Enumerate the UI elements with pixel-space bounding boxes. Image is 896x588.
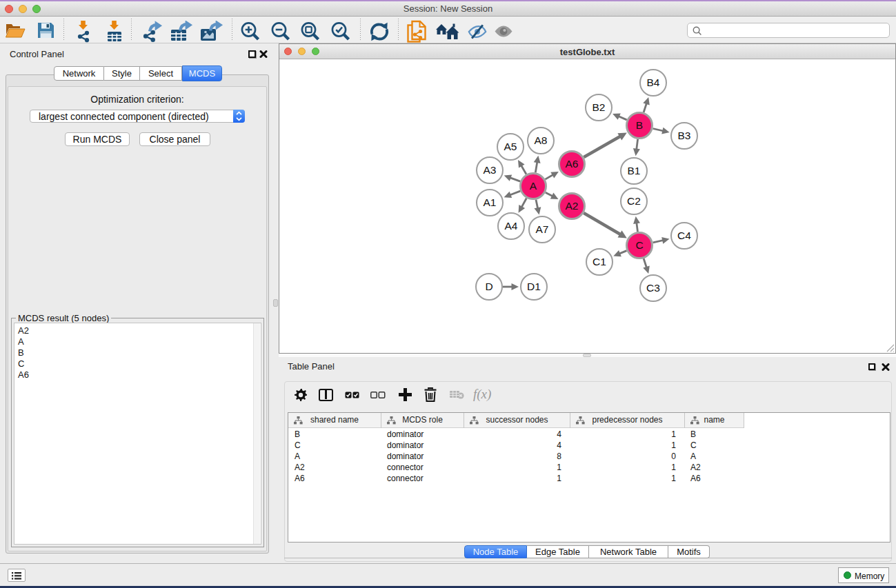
svg-text:B4: B4 [647,77,660,88]
svg-text:A1: A1 [484,196,497,208]
svg-text:A2: A2 [566,200,579,212]
svg-text:A8: A8 [535,134,548,146]
svg-text:C2: C2 [627,195,641,207]
svg-text:C4: C4 [677,230,691,241]
svg-text:C3: C3 [646,282,660,294]
svg-text:A4: A4 [505,220,518,232]
svg-text:D: D [485,281,492,292]
svg-text:A5: A5 [504,141,517,152]
svg-text:C: C [635,239,643,251]
svg-text:A6: A6 [566,158,579,170]
svg-text:A3: A3 [484,164,497,176]
svg-text:D1: D1 [527,281,541,292]
svg-text:B2: B2 [593,101,606,113]
svg-text:A7: A7 [536,223,549,235]
svg-text:B1: B1 [628,165,641,176]
svg-text:A: A [530,180,537,192]
svg-text:B3: B3 [678,130,691,141]
svg-text:C1: C1 [593,256,606,267]
svg-text:B: B [636,119,643,131]
